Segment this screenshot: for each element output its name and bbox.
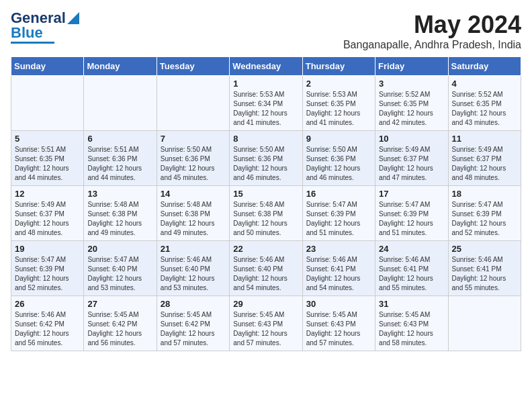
calendar-cell: 6Sunrise: 5:51 AM Sunset: 6:36 PM Daylig… [84, 131, 157, 186]
calendar-cell: 26Sunrise: 5:46 AM Sunset: 6:42 PM Dayli… [11, 296, 84, 351]
calendar-cell: 7Sunrise: 5:50 AM Sunset: 6:36 PM Daylig… [157, 131, 229, 186]
calendar-cell: 5Sunrise: 5:51 AM Sunset: 6:35 PM Daylig… [11, 131, 84, 186]
day-info: Sunrise: 5:47 AM Sunset: 6:39 PM Dayligh… [306, 200, 371, 238]
day-info: Sunrise: 5:50 AM Sunset: 6:36 PM Dayligh… [306, 145, 371, 183]
day-number: 12 [15, 189, 80, 199]
day-info: Sunrise: 5:45 AM Sunset: 6:42 PM Dayligh… [161, 310, 226, 348]
calendar-cell: 2Sunrise: 5:53 AM Sunset: 6:35 PM Daylig… [302, 76, 375, 131]
day-number: 2 [306, 79, 371, 89]
day-info: Sunrise: 5:49 AM Sunset: 6:37 PM Dayligh… [15, 200, 80, 238]
day-number: 25 [452, 244, 517, 254]
day-info: Sunrise: 5:48 AM Sunset: 6:38 PM Dayligh… [87, 200, 152, 238]
col-sunday: Sunday [11, 57, 84, 76]
calendar-cell: 19Sunrise: 5:47 AM Sunset: 6:39 PM Dayli… [11, 241, 84, 296]
page-header: General Blue May 2024 Banganapalle, Andh… [11, 11, 521, 51]
day-info: Sunrise: 5:46 AM Sunset: 6:41 PM Dayligh… [306, 255, 371, 293]
header-row: Sunday Monday Tuesday Wednesday Thursday… [11, 57, 521, 76]
day-number: 14 [161, 189, 226, 199]
day-info: Sunrise: 5:49 AM Sunset: 6:37 PM Dayligh… [379, 145, 444, 183]
day-number: 30 [306, 299, 371, 309]
day-info: Sunrise: 5:50 AM Sunset: 6:36 PM Dayligh… [161, 145, 226, 183]
col-saturday: Saturday [448, 57, 521, 76]
calendar-cell [84, 76, 157, 131]
calendar-cell: 25Sunrise: 5:46 AM Sunset: 6:41 PM Dayli… [448, 241, 521, 296]
day-number: 21 [161, 244, 226, 254]
calendar-cell [11, 76, 84, 131]
day-number: 10 [379, 134, 444, 144]
logo: General Blue [11, 11, 79, 44]
day-info: Sunrise: 5:45 AM Sunset: 6:43 PM Dayligh… [306, 310, 371, 348]
calendar-week-3: 12Sunrise: 5:49 AM Sunset: 6:37 PM Dayli… [11, 186, 521, 241]
day-info: Sunrise: 5:48 AM Sunset: 6:38 PM Dayligh… [233, 200, 298, 238]
svg-marker-0 [67, 12, 79, 24]
day-info: Sunrise: 5:50 AM Sunset: 6:36 PM Dayligh… [233, 145, 298, 183]
day-number: 23 [306, 244, 371, 254]
col-tuesday: Tuesday [157, 57, 229, 76]
col-wednesday: Wednesday [230, 57, 302, 76]
month-title: May 2024 [343, 11, 521, 39]
day-info: Sunrise: 5:46 AM Sunset: 6:40 PM Dayligh… [161, 255, 226, 293]
col-monday: Monday [84, 57, 157, 76]
day-number: 1 [233, 79, 298, 89]
location-title: Banganapalle, Andhra Pradesh, India [343, 39, 521, 51]
day-info: Sunrise: 5:52 AM Sunset: 6:35 PM Dayligh… [452, 90, 517, 128]
calendar-cell: 18Sunrise: 5:47 AM Sunset: 6:39 PM Dayli… [448, 186, 521, 241]
calendar-cell: 15Sunrise: 5:48 AM Sunset: 6:38 PM Dayli… [230, 186, 302, 241]
calendar-cell: 10Sunrise: 5:49 AM Sunset: 6:37 PM Dayli… [375, 131, 448, 186]
title-area: May 2024 Banganapalle, Andhra Pradesh, I… [343, 11, 521, 51]
day-number: 19 [15, 244, 80, 254]
logo-arrow-icon [67, 12, 79, 24]
day-info: Sunrise: 5:45 AM Sunset: 6:43 PM Dayligh… [379, 310, 444, 348]
calendar-cell: 24Sunrise: 5:46 AM Sunset: 6:41 PM Dayli… [375, 241, 448, 296]
day-info: Sunrise: 5:46 AM Sunset: 6:42 PM Dayligh… [15, 310, 80, 348]
calendar-cell: 28Sunrise: 5:45 AM Sunset: 6:42 PM Dayli… [157, 296, 229, 351]
calendar-cell: 21Sunrise: 5:46 AM Sunset: 6:40 PM Dayli… [157, 241, 229, 296]
day-info: Sunrise: 5:52 AM Sunset: 6:35 PM Dayligh… [379, 90, 444, 128]
logo-underline [11, 42, 54, 44]
day-number: 18 [452, 189, 517, 199]
day-number: 8 [233, 134, 298, 144]
day-info: Sunrise: 5:47 AM Sunset: 6:40 PM Dayligh… [87, 255, 152, 293]
calendar-week-2: 5Sunrise: 5:51 AM Sunset: 6:35 PM Daylig… [11, 131, 521, 186]
logo-blue: Blue [11, 26, 43, 40]
day-number: 27 [87, 299, 152, 309]
day-number: 5 [15, 134, 80, 144]
calendar-cell: 12Sunrise: 5:49 AM Sunset: 6:37 PM Dayli… [11, 186, 84, 241]
day-info: Sunrise: 5:53 AM Sunset: 6:35 PM Dayligh… [306, 90, 371, 128]
day-number: 24 [379, 244, 444, 254]
calendar-cell: 17Sunrise: 5:47 AM Sunset: 6:39 PM Dayli… [375, 186, 448, 241]
day-info: Sunrise: 5:51 AM Sunset: 6:36 PM Dayligh… [87, 145, 152, 183]
calendar-cell: 9Sunrise: 5:50 AM Sunset: 6:36 PM Daylig… [302, 131, 375, 186]
calendar-cell: 29Sunrise: 5:45 AM Sunset: 6:43 PM Dayli… [230, 296, 302, 351]
calendar-cell: 22Sunrise: 5:46 AM Sunset: 6:40 PM Dayli… [230, 241, 302, 296]
day-info: Sunrise: 5:47 AM Sunset: 6:39 PM Dayligh… [15, 255, 80, 293]
day-number: 4 [452, 79, 517, 89]
day-info: Sunrise: 5:46 AM Sunset: 6:41 PM Dayligh… [452, 255, 517, 293]
calendar-table: Sunday Monday Tuesday Wednesday Thursday… [11, 56, 521, 351]
calendar-cell [157, 76, 229, 131]
col-friday: Friday [375, 57, 448, 76]
calendar-cell: 20Sunrise: 5:47 AM Sunset: 6:40 PM Dayli… [84, 241, 157, 296]
day-number: 31 [379, 299, 444, 309]
day-number: 16 [306, 189, 371, 199]
day-info: Sunrise: 5:53 AM Sunset: 6:34 PM Dayligh… [233, 90, 298, 128]
day-number: 6 [87, 134, 152, 144]
calendar-cell [448, 296, 521, 351]
day-number: 11 [452, 134, 517, 144]
day-info: Sunrise: 5:46 AM Sunset: 6:41 PM Dayligh… [379, 255, 444, 293]
day-number: 17 [379, 189, 444, 199]
calendar-week-1: 1Sunrise: 5:53 AM Sunset: 6:34 PM Daylig… [11, 76, 521, 131]
col-thursday: Thursday [302, 57, 375, 76]
calendar-cell: 31Sunrise: 5:45 AM Sunset: 6:43 PM Dayli… [375, 296, 448, 351]
calendar-cell: 23Sunrise: 5:46 AM Sunset: 6:41 PM Dayli… [302, 241, 375, 296]
day-info: Sunrise: 5:47 AM Sunset: 6:39 PM Dayligh… [379, 200, 444, 238]
day-info: Sunrise: 5:48 AM Sunset: 6:38 PM Dayligh… [161, 200, 226, 238]
calendar-cell: 13Sunrise: 5:48 AM Sunset: 6:38 PM Dayli… [84, 186, 157, 241]
day-info: Sunrise: 5:45 AM Sunset: 6:43 PM Dayligh… [233, 310, 298, 348]
day-number: 7 [161, 134, 226, 144]
calendar-cell: 27Sunrise: 5:45 AM Sunset: 6:42 PM Dayli… [84, 296, 157, 351]
day-number: 15 [233, 189, 298, 199]
day-number: 28 [161, 299, 226, 309]
day-info: Sunrise: 5:49 AM Sunset: 6:37 PM Dayligh… [452, 145, 517, 183]
day-number: 3 [379, 79, 444, 89]
